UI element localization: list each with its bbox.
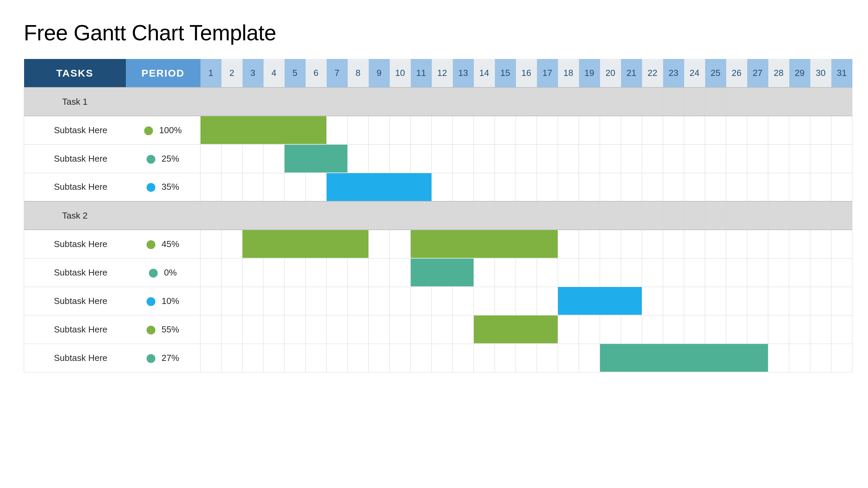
period-cell: 35% xyxy=(126,173,200,201)
day-cell xyxy=(558,344,579,372)
header-day-7: 7 xyxy=(327,59,348,87)
subtask-row: Subtask Here27% xyxy=(24,344,852,372)
percent-complete: 100% xyxy=(159,125,182,135)
subtask-label: Subtask Here xyxy=(24,116,126,144)
day-cell xyxy=(810,287,831,315)
day-cell xyxy=(705,258,726,287)
day-cell xyxy=(432,344,453,372)
period-cell: 55% xyxy=(126,315,200,344)
gantt-bar-segment xyxy=(390,173,411,201)
day-cell xyxy=(474,87,495,116)
day-cell xyxy=(831,230,852,258)
day-cell xyxy=(348,116,369,144)
day-cell xyxy=(726,87,747,116)
day-cell xyxy=(684,201,705,230)
header-day-26: 26 xyxy=(726,59,747,87)
day-cell xyxy=(306,344,327,372)
day-cell xyxy=(369,87,390,116)
day-cell xyxy=(810,315,831,344)
day-cell xyxy=(200,116,221,144)
day-cell xyxy=(684,230,705,258)
header-day-13: 13 xyxy=(453,59,474,87)
day-cell xyxy=(684,344,705,372)
day-cell xyxy=(579,201,600,230)
gantt-bar-segment xyxy=(663,344,684,372)
day-cell xyxy=(306,87,327,116)
status-dot-icon xyxy=(149,269,158,278)
day-cell xyxy=(474,287,495,315)
day-cell xyxy=(411,116,432,144)
day-cell xyxy=(411,173,432,201)
day-cell xyxy=(663,173,684,201)
period-cell: 0% xyxy=(126,258,200,287)
day-cell xyxy=(495,230,516,258)
day-cell xyxy=(369,173,390,201)
day-cell xyxy=(348,173,369,201)
day-cell xyxy=(831,87,852,116)
day-cell xyxy=(558,230,579,258)
day-cell xyxy=(768,144,789,173)
day-cell xyxy=(432,201,453,230)
day-cell xyxy=(537,173,558,201)
day-cell xyxy=(474,116,495,144)
task-group-row: Task 2 xyxy=(24,201,852,230)
day-cell xyxy=(411,315,432,344)
gantt-bar-segment xyxy=(411,259,432,286)
day-cell xyxy=(831,116,852,144)
day-cell xyxy=(411,344,432,372)
subtask-label: Subtask Here xyxy=(24,258,126,287)
day-cell xyxy=(369,116,390,144)
day-cell xyxy=(411,230,432,258)
day-cell xyxy=(705,201,726,230)
header-day-29: 29 xyxy=(789,59,810,87)
day-cell xyxy=(747,258,768,287)
day-cell xyxy=(200,87,221,116)
period-cell: 45% xyxy=(126,230,200,258)
day-cell xyxy=(831,144,852,173)
day-cell xyxy=(558,87,579,116)
day-cell xyxy=(747,116,768,144)
day-cell xyxy=(453,144,474,173)
gantt-bar-segment xyxy=(200,116,221,144)
gantt-bar-segment xyxy=(642,344,663,372)
day-cell xyxy=(495,344,516,372)
day-cell xyxy=(621,144,642,173)
day-cell xyxy=(726,201,747,230)
day-cell xyxy=(726,258,747,287)
subtask-row: Subtask Here0% xyxy=(24,258,852,287)
gantt-bar-segment xyxy=(285,230,306,258)
day-cell xyxy=(474,201,495,230)
day-cell xyxy=(600,201,621,230)
day-cell xyxy=(221,173,243,201)
subtask-row: Subtask Here10% xyxy=(24,287,852,315)
day-cell xyxy=(831,201,852,230)
day-cell xyxy=(327,258,348,287)
day-cell xyxy=(789,258,810,287)
day-cell xyxy=(200,201,221,230)
day-cell xyxy=(621,344,642,372)
day-cell xyxy=(621,87,642,116)
day-cell xyxy=(453,230,474,258)
gantt-bar-segment xyxy=(306,145,327,172)
day-cell xyxy=(327,287,348,315)
day-cell xyxy=(264,344,285,372)
day-cell xyxy=(726,116,747,144)
day-cell xyxy=(663,287,684,315)
day-cell xyxy=(726,173,747,201)
day-cell xyxy=(642,87,663,116)
day-cell xyxy=(747,201,768,230)
header-day-20: 20 xyxy=(600,59,621,87)
day-cell xyxy=(495,87,516,116)
day-cell xyxy=(810,173,831,201)
header-day-4: 4 xyxy=(264,59,285,87)
percent-complete: 45% xyxy=(161,239,179,249)
day-cell xyxy=(768,258,789,287)
day-cell xyxy=(810,344,831,372)
day-cell xyxy=(411,287,432,315)
subtask-label: Subtask Here xyxy=(24,287,126,315)
day-cell xyxy=(558,201,579,230)
day-cell xyxy=(705,144,726,173)
day-cell xyxy=(285,258,306,287)
gantt-bar-segment xyxy=(285,145,306,172)
day-cell xyxy=(684,173,705,201)
